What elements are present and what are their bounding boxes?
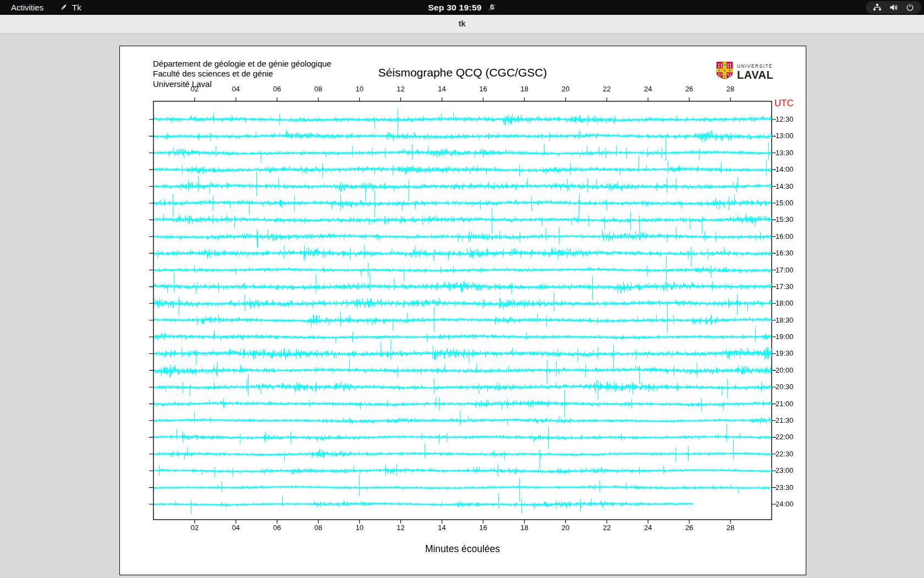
volume-icon (889, 3, 898, 12)
utc-time-label-21:00: 21:00 (776, 400, 794, 408)
seismograph-canvas: Département de géologie et de génie géol… (119, 46, 806, 575)
x-tick-label-26-top: 26 (685, 85, 693, 93)
x-tick-label-18-bottom: 18 (520, 524, 528, 532)
utc-time-label-17:30: 17:30 (776, 283, 794, 291)
utc-time-label-19:00: 19:00 (776, 333, 794, 341)
window-title: tk (0, 15, 924, 33)
utc-time-label-18:00: 18:00 (776, 299, 794, 307)
x-tick-label-08-top: 08 (314, 85, 322, 93)
x-tick-label-04-bottom: 04 (232, 524, 240, 532)
utc-time-label-12:30: 12:30 (776, 116, 794, 123)
utc-time-label-23:00: 23:00 (776, 467, 794, 475)
x-tick-label-16-bottom: 16 (479, 524, 487, 532)
x-axis-label: Minutes écoulées (425, 543, 500, 555)
x-tick-label-14-bottom: 14 (438, 524, 446, 532)
x-tick-label-04-top: 04 (232, 85, 240, 93)
x-tick-label-06-top: 06 (273, 85, 281, 93)
x-tick-label-22-top: 22 (603, 85, 610, 93)
top-bar: Activities Tk Sep 30 19:59 (0, 0, 924, 15)
x-tick-label-02-top: 02 (191, 85, 199, 93)
utc-time-label-16:30: 16:30 (776, 249, 794, 257)
x-tick-label-18-top: 18 (520, 85, 528, 93)
utc-time-label-14:00: 14:00 (776, 166, 794, 173)
seismogram-traces (120, 46, 806, 575)
utc-time-label-21:30: 21:30 (776, 417, 794, 424)
x-tick-label-10-top: 10 (355, 85, 363, 93)
utc-time-label-22:30: 22:30 (776, 450, 794, 458)
x-tick-label-20-bottom: 20 (562, 524, 569, 532)
x-tick-label-22-bottom: 22 (603, 524, 610, 532)
x-tick-label-24-top: 24 (644, 85, 652, 93)
x-tick-label-06-bottom: 06 (273, 524, 281, 532)
x-tick-label-16-top: 16 (479, 85, 487, 93)
utc-time-label-23:30: 23:30 (776, 484, 794, 492)
utc-time-label-15:30: 15:30 (776, 216, 794, 223)
x-tick-label-02-bottom: 02 (191, 524, 199, 532)
utc-time-label-14:30: 14:30 (776, 183, 794, 190)
x-tick-label-10-bottom: 10 (355, 524, 363, 532)
x-tick-label-12-bottom: 12 (397, 524, 404, 532)
utc-time-label-16:00: 16:00 (776, 233, 794, 241)
window-titlebar: tk (0, 15, 924, 34)
notifications-muted-icon (488, 3, 496, 12)
x-tick-label-28-bottom: 28 (727, 524, 734, 532)
clock-menu-button[interactable]: Sep 30 19:59 (0, 0, 924, 15)
power-icon (906, 3, 914, 12)
utc-time-label-22:00: 22:00 (776, 433, 794, 441)
utc-time-label-24:00: 24:00 (776, 500, 794, 508)
x-tick-label-12-top: 12 (397, 85, 404, 93)
utc-time-label-15:00: 15:00 (776, 199, 794, 207)
utc-time-label-18:30: 18:30 (776, 317, 794, 324)
utc-time-label-19:30: 19:30 (776, 350, 794, 357)
clock-label: Sep 30 19:59 (428, 3, 482, 13)
utc-time-label-20:00: 20:00 (776, 367, 794, 374)
network-icon (873, 3, 882, 12)
desktop: { "top_bar": { "activities_label": "Acti… (0, 0, 924, 578)
utc-time-label-13:30: 13:30 (776, 149, 794, 157)
x-tick-label-14-top: 14 (438, 85, 446, 93)
system-status-pill[interactable] (866, 1, 921, 14)
x-tick-label-24-bottom: 24 (644, 524, 652, 532)
x-tick-label-20-top: 20 (562, 85, 569, 93)
x-tick-label-28-top: 28 (727, 85, 734, 93)
utc-time-label-20:30: 20:30 (776, 383, 794, 391)
utc-time-label-17:00: 17:00 (776, 266, 794, 274)
x-tick-label-08-bottom: 08 (314, 524, 322, 532)
utc-time-label-13:00: 13:00 (776, 132, 794, 140)
x-tick-label-26-bottom: 26 (685, 524, 693, 532)
